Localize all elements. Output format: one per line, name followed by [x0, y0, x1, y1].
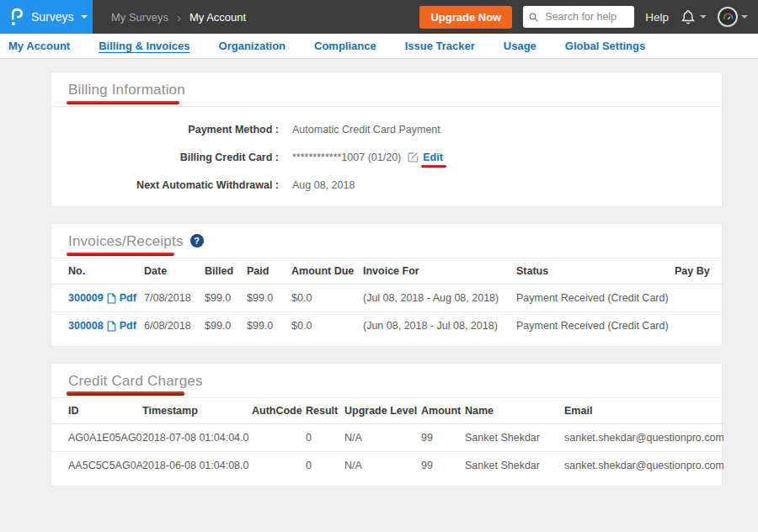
table-header-row: No.DateBilledPaidAmount DueInvoice ForSt…: [51, 258, 723, 285]
notifications-menu[interactable]: [680, 8, 707, 25]
invoice-links: 300008Pdf: [68, 320, 139, 332]
charges-table: IDTimestampAuthCodeResultUpgrade LevelAm…: [51, 398, 723, 479]
billing-info-row: Next Automatic Withdrawal :Aug 08, 2018: [68, 171, 705, 199]
billing-information-rows: Payment Method :Automatic Credit Card Pa…: [51, 107, 722, 206]
invoice-pdf-link[interactable]: Pdf: [120, 292, 136, 304]
user-avatar: [718, 7, 738, 27]
column-header-billed: Billed: [205, 258, 247, 285]
column-header-name: Name: [465, 398, 564, 424]
cell-no: 300009Pdf: [51, 285, 144, 312]
cell-timestamp: 2018-06-08 01:04:08.0: [142, 452, 252, 480]
billing-page: Billing Information Payment Method :Auto…: [0, 59, 758, 487]
top-bar-actions: Upgrade Now Help: [419, 6, 748, 29]
invoice-links: 300009Pdf: [68, 292, 139, 304]
upgrade-now-button[interactable]: Upgrade Now: [419, 6, 512, 29]
account-nav: My AccountBilling & InvoicesOrganization…: [0, 34, 758, 59]
cell-paid: $99.0: [247, 312, 291, 340]
billing-info-row: Billing Credit Card :************1007 (0…: [68, 143, 705, 171]
charge-row: AG0A1E05AG0A2018-07-08 01:04:04.00N/A99S…: [51, 424, 723, 452]
column-header-upgrade-level: Upgrade Level: [344, 398, 421, 424]
edit-card-label: Edit: [423, 152, 443, 163]
column-header-date: Date: [144, 258, 205, 285]
tab-compliance[interactable]: Compliance: [314, 40, 376, 52]
invoice-pdf-link[interactable]: Pdf: [120, 320, 136, 332]
column-header-authcode: AuthCode: [252, 398, 306, 424]
field-value: ************1007 (01/20): [292, 152, 401, 163]
cell-email: sanket.shekdar@questionpro.com: [564, 452, 723, 480]
billing-info-row: Payment Method :Automatic Credit Card Pa…: [68, 115, 705, 143]
charges-table-wrap: IDTimestampAuthCodeResultUpgrade LevelAm…: [51, 398, 722, 486]
chevron-down-icon: [81, 15, 88, 19]
pdf-file-icon: [107, 321, 116, 332]
app-screen: Surveys My Surveys › My Account Upgrade …: [0, 0, 758, 532]
column-header-no: No.: [51, 258, 144, 285]
tab-my-account[interactable]: My Account: [8, 40, 70, 52]
cell-status: Payment Received (Credit Card): [516, 285, 675, 312]
column-header-status: Status: [516, 258, 675, 285]
billing-information-card: Billing Information Payment Method :Auto…: [51, 72, 723, 207]
column-header-amount-due: Amount Due: [291, 258, 363, 285]
cell-name: Sanket Shekdar: [465, 452, 564, 480]
cell-id: AA5C5C5AG0A: [51, 452, 142, 480]
breadcrumb-current: My Account: [190, 11, 246, 24]
user-menu[interactable]: [718, 7, 748, 27]
cell-paid: $99.0: [247, 285, 291, 312]
section-title: Billing Information: [68, 82, 185, 98]
invoice-number-link[interactable]: 300009: [68, 292, 104, 304]
annotation-underline: [67, 391, 184, 396]
field-label: Next Automatic Withdrawal :: [68, 179, 279, 191]
tab-global-settings[interactable]: Global Settings: [565, 40, 645, 52]
cell-pay-by: [675, 312, 723, 340]
credit-card-charges-card: Credit Card Charges IDTimestampAuthCodeR…: [51, 363, 723, 487]
tab-usage[interactable]: Usage: [504, 40, 536, 52]
cell-status: Payment Received (Credit Card): [516, 312, 675, 340]
cell-invoice-for: (Jun 08, 2018 - Jul 08, 2018): [363, 312, 516, 340]
invoices-receipts-card: Invoices/Receipts? No.DateBilledPaidAmou…: [51, 223, 723, 347]
column-header-timestamp: Timestamp: [142, 398, 252, 424]
tab-organization[interactable]: Organization: [219, 40, 286, 52]
cell-email: sanket.shekdar@questionpro.com: [564, 424, 723, 452]
cell-invoice-for: (Jul 08, 2018 - Aug 08, 2018): [363, 285, 516, 312]
column-header-pay-by: Pay By: [675, 258, 723, 285]
cell-authcode: [252, 452, 306, 480]
annotation-underline: [67, 101, 179, 104]
chevron-down-icon: [700, 15, 707, 19]
billing-information-header: Billing Information: [51, 72, 722, 107]
breadcrumb-my-surveys[interactable]: My Surveys: [111, 11, 168, 24]
tab-issue-tracker[interactable]: Issue Tracker: [405, 40, 475, 52]
column-header-id: ID: [51, 398, 142, 424]
cell-amount-due: $0.0: [291, 285, 363, 312]
cell-id: AG0A1E05AG0A: [51, 424, 142, 452]
column-header-invoice-for: Invoice For: [363, 258, 516, 285]
breadcrumb: My Surveys › My Account: [111, 11, 246, 24]
help-link[interactable]: Help: [645, 11, 669, 24]
edit-card-link[interactable]: Edit: [408, 152, 443, 163]
cell-date: 7/08/2018: [144, 285, 205, 312]
credit-card-charges-header: Credit Card Charges: [51, 364, 722, 398]
cell-result: 0: [306, 424, 344, 452]
field-label: Payment Method :: [68, 124, 279, 136]
invoice-row: 300008Pdf6/08/2018$99.0$99.0$0.0(Jun 08,…: [51, 312, 723, 340]
charge-row: AA5C5C5AG0A2018-06-08 01:04:08.00N/A99Sa…: [51, 452, 723, 480]
column-header-email: Email: [564, 398, 723, 424]
cell-billed: $99.0: [205, 312, 247, 340]
product-label: Surveys: [31, 10, 74, 24]
column-header-result: Result: [306, 398, 344, 424]
invoices-receipts-header: Invoices/Receipts?: [51, 224, 722, 258]
invoice-number-link[interactable]: 300008: [68, 320, 104, 332]
column-header-paid: Paid: [247, 258, 291, 285]
cell-date: 6/08/2018: [144, 312, 205, 340]
cell-result: 0: [306, 452, 344, 480]
annotation-underline: [67, 253, 174, 256]
invoice-row: 300009Pdf7/08/2018$99.0$99.0$0.0(Jul 08,…: [51, 285, 723, 312]
help-icon[interactable]: ?: [190, 234, 204, 247]
top-bar: Surveys My Surveys › My Account Upgrade …: [0, 0, 758, 34]
help-search-box: [523, 6, 634, 28]
search-input[interactable]: [543, 10, 628, 24]
field-label: Billing Credit Card :: [68, 152, 279, 163]
tab-billing-invoices[interactable]: Billing & Invoices: [99, 40, 190, 52]
invoices-table: No.DateBilledPaidAmount DueInvoice ForSt…: [51, 258, 723, 339]
top-bar-main: My Surveys › My Account Upgrade Now Help: [93, 0, 758, 34]
product-switcher[interactable]: Surveys: [0, 0, 93, 34]
pdf-file-icon: [107, 293, 116, 304]
